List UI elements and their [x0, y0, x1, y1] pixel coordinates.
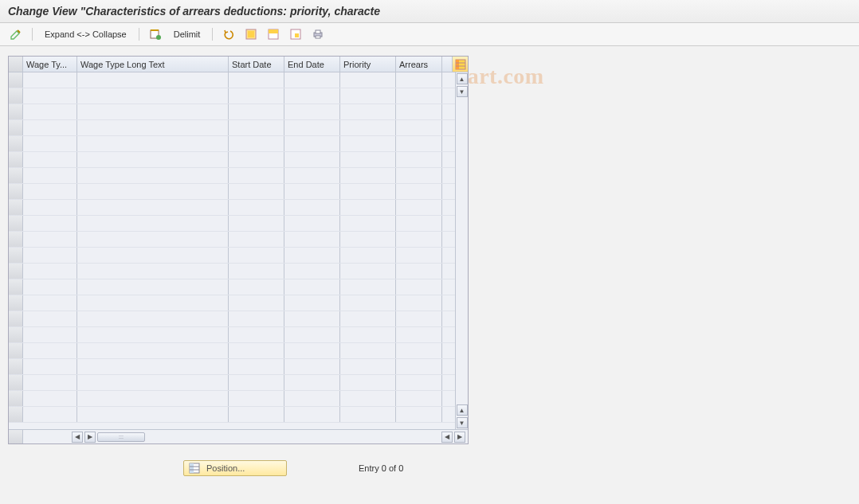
- table-row[interactable]: [9, 184, 468, 200]
- cell-end_date[interactable]: [284, 407, 340, 422]
- cell-wage_type[interactable]: [23, 200, 77, 215]
- cell-wage_type[interactable]: [23, 184, 77, 199]
- cell-arrears[interactable]: [396, 343, 442, 358]
- cell-arrears[interactable]: [396, 248, 442, 263]
- cell-arrears[interactable]: [396, 407, 442, 422]
- table-row[interactable]: [9, 72, 468, 88]
- cell-long_text[interactable]: [77, 248, 229, 263]
- cell-start_date[interactable]: [229, 391, 284, 406]
- row-selector[interactable]: [9, 184, 23, 199]
- cell-end_date[interactable]: [284, 136, 340, 151]
- cell-wage_type[interactable]: [23, 232, 77, 247]
- vertical-scrollbar[interactable]: ▲ ▼ ▲ ▼: [455, 72, 468, 429]
- cell-priority[interactable]: [340, 88, 396, 104]
- cell-priority[interactable]: [340, 248, 396, 263]
- cell-long_text[interactable]: [77, 184, 229, 199]
- cell-start_date[interactable]: [229, 264, 284, 279]
- cell-arrears[interactable]: [396, 168, 442, 183]
- cell-wage_type[interactable]: [23, 104, 77, 119]
- table-row[interactable]: [9, 375, 468, 391]
- cell-end_date[interactable]: [284, 327, 340, 342]
- cell-arrears[interactable]: [396, 216, 442, 231]
- cell-long_text[interactable]: [77, 168, 229, 183]
- cell-start_date[interactable]: [229, 375, 284, 390]
- cell-long_text[interactable]: [77, 295, 229, 311]
- cell-long_text[interactable]: [77, 152, 229, 167]
- row-selector[interactable]: [9, 279, 23, 295]
- row-selector[interactable]: [9, 232, 23, 247]
- cell-long_text[interactable]: [77, 216, 229, 231]
- cell-wage_type[interactable]: [23, 264, 77, 279]
- row-selector[interactable]: [9, 375, 23, 390]
- cell-start_date[interactable]: [229, 200, 284, 215]
- cell-arrears[interactable]: [396, 279, 442, 295]
- undo-button[interactable]: [219, 26, 238, 42]
- cell-arrears[interactable]: [396, 264, 442, 279]
- cell-wage_type[interactable]: [23, 216, 77, 231]
- cell-end_date[interactable]: [284, 295, 340, 311]
- cell-arrears[interactable]: [396, 200, 442, 215]
- cell-priority[interactable]: [340, 136, 396, 151]
- column-header-start-date[interactable]: Start Date: [229, 57, 284, 72]
- scroll-thumb[interactable]: :::: [97, 432, 145, 442]
- table-row[interactable]: [9, 104, 468, 120]
- change-display-button[interactable]: [6, 26, 25, 42]
- cell-long_text[interactable]: [77, 136, 229, 151]
- scroll-down-button-2[interactable]: ▲: [457, 404, 468, 416]
- row-selector[interactable]: [9, 200, 23, 215]
- cell-arrears[interactable]: [396, 88, 442, 104]
- cell-wage_type[interactable]: [23, 311, 77, 326]
- table-row[interactable]: [9, 343, 468, 359]
- row-selector[interactable]: [9, 327, 23, 342]
- cell-end_date[interactable]: [284, 88, 340, 104]
- row-selector[interactable]: [9, 295, 23, 311]
- row-selector[interactable]: [9, 407, 23, 422]
- cell-wage_type[interactable]: [23, 375, 77, 390]
- scroll-right-button[interactable]: ▶: [454, 432, 465, 443]
- cell-start_date[interactable]: [229, 248, 284, 263]
- cell-long_text[interactable]: [77, 120, 229, 135]
- cell-start_date[interactable]: [229, 327, 284, 342]
- row-selector[interactable]: [9, 88, 23, 104]
- cell-priority[interactable]: [340, 343, 396, 358]
- cell-long_text[interactable]: [77, 407, 229, 422]
- select-all-rows-cell[interactable]: [9, 57, 23, 72]
- scroll-up-button-2[interactable]: ▼: [457, 86, 468, 97]
- cell-end_date[interactable]: [284, 120, 340, 135]
- cell-arrears[interactable]: [396, 120, 442, 135]
- row-selector[interactable]: [9, 136, 23, 151]
- cell-arrears[interactable]: [396, 184, 442, 199]
- scroll-right-step-button[interactable]: ▶: [84, 432, 96, 443]
- cell-arrears[interactable]: [396, 391, 442, 406]
- cell-start_date[interactable]: [229, 168, 284, 183]
- cell-start_date[interactable]: [229, 104, 284, 119]
- cell-arrears[interactable]: [396, 104, 442, 119]
- cell-priority[interactable]: [340, 311, 396, 326]
- table-row[interactable]: [9, 168, 468, 184]
- cell-arrears[interactable]: [396, 72, 442, 88]
- horizontal-scrollbar[interactable]: ◀ ▶ ::: ◀ ▶: [23, 432, 468, 443]
- cell-long_text[interactable]: [77, 359, 229, 374]
- cell-start_date[interactable]: [229, 88, 284, 104]
- row-selector[interactable]: [9, 104, 23, 119]
- cell-end_date[interactable]: [284, 264, 340, 279]
- table-row[interactable]: [9, 216, 468, 232]
- cell-arrears[interactable]: [396, 327, 442, 342]
- table-row[interactable]: [9, 279, 468, 295]
- column-header-arrears[interactable]: Arrears: [396, 57, 442, 72]
- cell-start_date[interactable]: [229, 232, 284, 247]
- cell-long_text[interactable]: [77, 88, 229, 104]
- cell-wage_type[interactable]: [23, 152, 77, 167]
- cell-start_date[interactable]: [229, 407, 284, 422]
- cell-start_date[interactable]: [229, 343, 284, 358]
- table-row[interactable]: [9, 391, 468, 407]
- cell-start_date[interactable]: [229, 359, 284, 374]
- cell-long_text[interactable]: [77, 264, 229, 279]
- cell-priority[interactable]: [340, 407, 396, 422]
- cell-start_date[interactable]: [229, 72, 284, 88]
- scroll-left-button[interactable]: ◀: [72, 432, 83, 443]
- print-button[interactable]: [308, 26, 328, 42]
- cell-wage_type[interactable]: [23, 295, 77, 311]
- cell-arrears[interactable]: [396, 359, 442, 374]
- cell-long_text[interactable]: [77, 232, 229, 247]
